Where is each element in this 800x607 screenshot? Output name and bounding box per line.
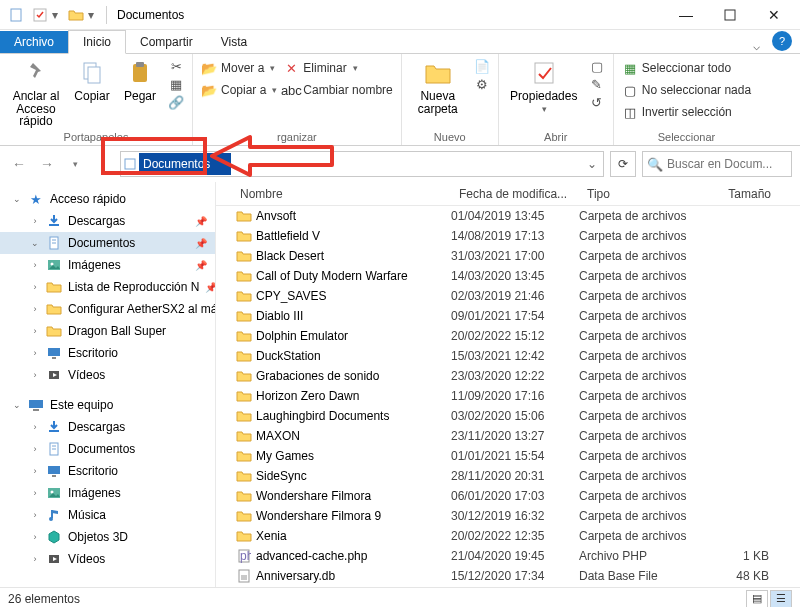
file-date: 11/09/2020 17:16 [451,389,579,403]
file-row[interactable]: Horizon Zero Dawn11/09/2020 17:16Carpeta… [216,386,800,406]
ribbon-collapse-button[interactable]: ⌵ [744,39,768,53]
easy-access-icon[interactable]: ⚙ [474,76,490,92]
nav-item-label: Imágenes [68,258,121,272]
file-row[interactable]: Grabaciones de sonido23/03/2020 12:22Car… [216,366,800,386]
qat-properties-icon[interactable] [32,7,48,23]
svg-text:php: php [240,549,251,563]
file-row[interactable]: MAXON23/11/2020 13:27Carpeta de archivos [216,426,800,446]
view-large-icons-button[interactable]: ▤ [746,590,768,608]
nav-item[interactable]: ›Música [0,504,215,526]
file-row[interactable]: DuckStation15/03/2021 12:42Carpeta de ar… [216,346,800,366]
close-button[interactable]: ✕ [752,0,796,30]
delete-button[interactable]: ✕Eliminar▾ [283,58,392,78]
search-input[interactable] [667,157,787,171]
address-input[interactable] [139,153,231,175]
new-folder-button[interactable]: Nueva carpeta [410,58,466,115]
nav-item[interactable]: ›Vídeos [0,548,215,570]
back-button[interactable]: ← [8,153,30,175]
file-date: 06/01/2020 17:03 [451,489,579,503]
search-box[interactable]: 🔍 [642,151,792,177]
nav-item[interactable]: ›Dragon Ball Super [0,320,215,342]
file-row[interactable]: Black Desert31/03/2021 17:00Carpeta de a… [216,246,800,266]
nav-pane: ⌄ ★ Acceso rápido ›Descargas📌⌄Documentos… [0,182,216,587]
svg-point-29 [51,491,54,494]
quick-access-header[interactable]: ⌄ ★ Acceso rápido [0,188,215,210]
maximize-button[interactable] [708,0,752,30]
nav-item[interactable]: ›Documentos [0,438,215,460]
minimize-button[interactable]: — [664,0,708,30]
group-portapapeles-label: Portapapeles [64,131,129,145]
move-to-button[interactable]: 📂Mover a▾ [201,58,277,78]
paste-shortcut-icon[interactable]: 🔗 [168,94,184,110]
folder-icon [236,308,252,324]
cut-icon[interactable]: ✂ [168,58,184,74]
rename-button[interactable]: abcCambiar nombre [283,80,392,100]
help-button[interactable]: ? [772,31,792,51]
nav-item[interactable]: ›Descargas [0,416,215,438]
nav-item[interactable]: ›Imágenes📌 [0,254,215,276]
this-pc-header[interactable]: ⌄ Este equipo [0,394,215,416]
nav-item[interactable]: ›Descargas📌 [0,210,215,232]
copy-path-icon[interactable]: ▦ [168,76,184,92]
nav-item[interactable]: ›Vídeos [0,364,215,386]
select-all-button[interactable]: ▦Seleccionar todo [622,58,751,78]
file-row[interactable]: Laughingbird Documents03/02/2020 15:06Ca… [216,406,800,426]
file-row[interactable]: Dolphin Emulator20/02/2022 15:12Carpeta … [216,326,800,346]
col-size[interactable]: Tamaño [709,187,779,201]
nav-item[interactable]: ›Configurar AetherSX2 al má [0,298,215,320]
file-name: Xenia [256,529,451,543]
properties-button[interactable]: Propiedades ▾ [507,58,581,114]
file-row[interactable]: Anniversary.db15/12/2020 17:34Data Base … [216,566,800,586]
group-portapapeles: Anclar al Acceso rápido Copiar Pegar ✂ ▦… [0,54,193,145]
up-button[interactable]: ↑ [92,153,114,175]
paste-button[interactable]: Pegar [120,58,160,103]
tab-inicio[interactable]: Inicio [68,30,126,54]
file-row[interactable]: Call of Duty Modern Warfare14/03/2020 13… [216,266,800,286]
view-details-button[interactable]: ☰ [770,590,792,608]
history-icon[interactable]: ↺ [589,94,605,110]
select-none-button[interactable]: ▢No seleccionar nada [622,80,751,100]
recent-caret-icon[interactable]: ▾ [64,153,86,175]
tab-vista[interactable]: Vista [207,31,261,53]
file-row[interactable]: Wondershare Filmora06/01/2020 17:03Carpe… [216,486,800,506]
copy-button[interactable]: Copiar [70,58,114,103]
qat-file-icon[interactable] [8,7,24,23]
file-date: 03/02/2020 15:06 [451,409,579,423]
invert-selection-button[interactable]: ◫Invertir selección [622,102,751,122]
nav-item[interactable]: ›Escritorio [0,460,215,482]
file-row[interactable]: Wondershare Filmora 930/12/2019 16:32Car… [216,506,800,526]
qat-caret-icon[interactable]: ▾ [52,8,58,22]
rename-icon: abc [283,82,299,98]
col-type[interactable]: Tipo [579,187,709,201]
file-row[interactable]: phpadvanced-cache.php21/04/2020 19:45Arc… [216,546,800,566]
refresh-button[interactable]: ⟳ [610,151,636,177]
edit-icon[interactable]: ✎ [589,76,605,92]
file-date: 15/03/2021 12:42 [451,349,579,363]
address-bar[interactable]: ⌄ [120,151,604,177]
qat-folder-icon[interactable] [68,7,84,23]
folder-icon [46,301,62,317]
file-row[interactable]: Xenia20/02/2022 12:35Carpeta de archivos [216,526,800,546]
qat-folder-caret-icon[interactable]: ▾ [88,8,94,22]
nav-item[interactable]: ›Escritorio [0,342,215,364]
file-row[interactable]: Battlefield V14/08/2019 17:13Carpeta de … [216,226,800,246]
file-row[interactable]: CPY_SAVES02/03/2019 21:46Carpeta de arch… [216,286,800,306]
nav-item[interactable]: ›Lista de Reproducción N📌 [0,276,215,298]
pin-quickaccess-button[interactable]: Anclar al Acceso rápido [8,58,64,128]
tab-compartir[interactable]: Compartir [126,31,207,53]
file-row[interactable]: SideSync28/11/2020 20:31Carpeta de archi… [216,466,800,486]
copy-to-button[interactable]: 📂Copiar a▾ [201,80,277,100]
new-item-icon[interactable]: 📄 [474,58,490,74]
file-menu[interactable]: Archivo [0,31,68,53]
address-caret-icon[interactable]: ⌄ [581,157,603,171]
nav-item[interactable]: ›Imágenes [0,482,215,504]
open-icon[interactable]: ▢ [589,58,605,74]
nav-item[interactable]: ⌄Documentos📌 [0,232,215,254]
file-row[interactable]: Anvsoft01/04/2019 13:45Carpeta de archiv… [216,206,800,226]
file-row[interactable]: Diablo III09/01/2021 17:54Carpeta de arc… [216,306,800,326]
forward-button[interactable]: → [36,153,58,175]
col-date[interactable]: Fecha de modifica... [451,187,579,201]
col-name[interactable]: Nombre [216,187,451,201]
nav-item[interactable]: ›Objetos 3D [0,526,215,548]
file-row[interactable]: My Games01/01/2021 15:54Carpeta de archi… [216,446,800,466]
